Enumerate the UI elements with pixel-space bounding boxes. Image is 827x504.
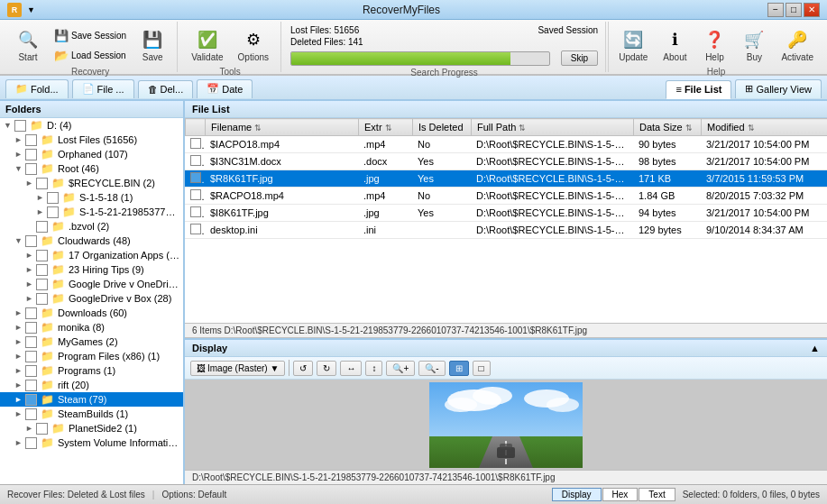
tab-date[interactable]: 📅 Date [197, 79, 253, 98]
table-row[interactable]: $RACPO18.mp4 .mp4 No D:\Root\$RECYCLE.BI… [185, 188, 827, 205]
sidebar-item[interactable]: ▼ 📁 Root (46) [0, 161, 183, 176]
col-size-header[interactable]: Data Size ⇅ [634, 119, 702, 136]
tree-checkbox[interactable] [47, 206, 59, 218]
col-ext-header[interactable]: Extr ⇅ [359, 119, 413, 136]
tree-checkbox[interactable] [25, 307, 37, 319]
sidebar-item[interactable]: ► 📁 Program Files (x86) (1) [0, 349, 183, 363]
row-check-cell[interactable] [185, 222, 205, 239]
tab-files[interactable]: 📄 File ... [72, 79, 134, 98]
close-button[interactable]: ✕ [804, 3, 820, 17]
display-collapse-icon[interactable]: ▲ [810, 343, 820, 353]
tree-checkbox[interactable] [36, 178, 48, 189]
sidebar-item[interactable]: ► 📁 System Volume Information (3 [0, 435, 183, 450]
sidebar-item[interactable]: ► 📁 GoogleDrive v Box (28) [0, 291, 183, 306]
sidebar-item[interactable]: ► 📁 $RECYCLE.BIN (2) [0, 176, 183, 190]
sidebar-item[interactable]: ► 📁 SteamBuilds (1) [0, 407, 183, 421]
sidebar-item[interactable]: ► 📁 rift (20) [0, 378, 183, 392]
table-row[interactable]: $R8K61TF.jpg .jpg Yes D:\Root\$RECYCLE.B… [185, 170, 827, 188]
tree-checkbox[interactable] [25, 336, 37, 348]
tree-checkbox[interactable] [25, 134, 37, 146]
sidebar-item[interactable]: ► 📁 Google Drive v OneDrive ( [0, 277, 183, 291]
sidebar-item[interactable]: ► 📁 17 Organization Apps (16) [0, 248, 183, 262]
skip-button[interactable]: Skip [561, 50, 598, 66]
tree-checkbox[interactable] [36, 279, 48, 290]
sidebar-item[interactable]: ► 📁 S-1-5-21-219853779-2266... [0, 205, 183, 219]
tree-checkbox[interactable] [36, 293, 48, 305]
sidebar-item[interactable]: ► 📁 23 Hiring Tips (9) [0, 262, 183, 277]
start-button[interactable]: 🔍 Start [9, 23, 47, 66]
sidebar-item[interactable]: ▼ 📁 D: (4) [0, 118, 183, 133]
tree-checkbox[interactable] [36, 250, 48, 261]
col-fullpath-header[interactable]: Full Path ⇅ [472, 119, 634, 136]
tree-checkbox[interactable] [25, 163, 37, 175]
tree-checkbox[interactable] [25, 394, 37, 406]
help-button[interactable]: ❓ Help [695, 23, 733, 66]
row-check-cell[interactable] [185, 153, 205, 170]
col-deleted-header[interactable]: Is Deleted [413, 119, 472, 136]
sidebar-item[interactable]: ► 📁 MyGames (2) [0, 334, 183, 349]
flip-v-button[interactable]: ↕ [365, 361, 382, 376]
row-checkbox[interactable] [190, 138, 201, 149]
validate-button[interactable]: ✅ Validate [185, 23, 229, 66]
zoom-in-button[interactable]: 🔍+ [386, 361, 415, 376]
row-checkbox[interactable] [190, 155, 201, 166]
update-button[interactable]: 🔄 Update [612, 23, 654, 66]
tree-checkbox[interactable] [25, 235, 37, 247]
about-button[interactable]: ℹ About [656, 23, 694, 66]
tree-checkbox[interactable] [14, 120, 26, 132]
save-session-button[interactable]: 💾 Save Session [49, 26, 132, 45]
tab-folders[interactable]: 📁 Fold... [5, 79, 69, 98]
display-tab[interactable]: Display [552, 488, 602, 501]
save-button[interactable]: 💾 Save [133, 23, 171, 66]
row-check-cell[interactable] [185, 136, 205, 153]
table-row[interactable]: $I8K61TF.jpg .jpg Yes D:\Root\$RECYCLE.B… [185, 205, 827, 222]
tree-checkbox[interactable] [25, 408, 37, 420]
tab-deleted[interactable]: 🗑 Del... [138, 80, 194, 98]
tree-checkbox[interactable] [25, 149, 37, 160]
options-button[interactable]: ⚙ Options [232, 23, 275, 66]
tree-checkbox[interactable] [25, 322, 37, 334]
text-tab[interactable]: Text [639, 488, 675, 501]
row-check-cell[interactable] [185, 170, 205, 188]
sidebar-item[interactable]: ► 📁 monika (8) [0, 320, 183, 334]
tab-gallery[interactable]: ⊞ Gallery View [735, 79, 822, 98]
minimize-button[interactable]: − [767, 3, 784, 17]
col-filename-header[interactable]: Filename ⇅ [206, 119, 359, 136]
sidebar-item[interactable]: ► 📁 PlanetSide2 (1) [0, 421, 183, 435]
table-row[interactable]: desktop.ini .ini D:\Root\$RECYCLE.BIN\S-… [185, 222, 827, 239]
actual-size-button[interactable]: □ [473, 361, 491, 376]
sidebar-item[interactable]: ► 📁 Orphaned (107) [0, 147, 183, 161]
row-check-cell[interactable] [185, 205, 205, 222]
col-modified-header[interactable]: Modified ⇅ [702, 119, 828, 136]
image-mode-button[interactable]: 🖼 Image (Raster) ▼ [190, 361, 285, 376]
row-checkbox[interactable] [190, 172, 201, 183]
sidebar-item[interactable]: ▼ 📁 Cloudwards (48) [0, 234, 183, 248]
zoom-out-button[interactable]: 🔍- [418, 361, 445, 376]
hex-tab[interactable]: Hex [602, 488, 639, 501]
tree-checkbox[interactable] [36, 423, 48, 435]
rotate-left-button[interactable]: ↺ [293, 361, 313, 376]
table-row[interactable]: $I3NC31M.docx .docx Yes D:\Root\$RECYCLE… [185, 153, 827, 170]
tree-checkbox[interactable] [25, 380, 37, 391]
tree-checkbox[interactable] [25, 437, 37, 449]
dropdown-arrow[interactable]: ▼ [27, 5, 35, 14]
row-checkbox[interactable] [190, 206, 201, 217]
tree-checkbox[interactable] [47, 192, 59, 204]
sidebar-item[interactable]: ► 📁 Lost Files (51656) [0, 133, 183, 147]
col-check-header[interactable] [186, 119, 206, 136]
fit-button[interactable]: ⊞ [449, 361, 469, 376]
tree-checkbox[interactable] [25, 351, 37, 362]
tab-file-list[interactable]: ≡ File List [666, 80, 731, 99]
activate-button[interactable]: 🔑 Activate [775, 23, 820, 66]
row-checkbox[interactable] [190, 189, 201, 200]
table-row[interactable]: $IACPO18.mp4 .mp4 No D:\Root\$RECYCLE.BI… [185, 136, 827, 153]
row-checkbox[interactable] [190, 224, 201, 234]
maximize-button[interactable]: □ [786, 3, 802, 17]
rotate-right-button[interactable]: ↻ [317, 361, 336, 376]
tree-checkbox[interactable] [36, 264, 48, 276]
tree-checkbox[interactable] [36, 221, 48, 233]
row-check-cell[interactable] [185, 188, 205, 205]
sidebar-item[interactable]: ► 📁 S-1-5-18 (1) [0, 190, 183, 205]
buy-button[interactable]: 🛒 Buy [735, 23, 773, 66]
tree-checkbox[interactable] [25, 365, 37, 377]
